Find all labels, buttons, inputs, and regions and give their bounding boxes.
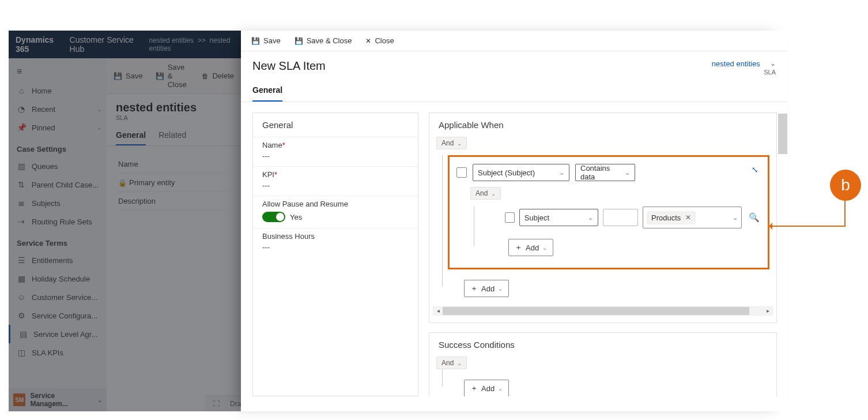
close-icon <box>365 36 371 45</box>
operator-select-empty[interactable] <box>603 209 638 226</box>
bg-tab-related[interactable]: Related <box>158 127 186 145</box>
toggle-switch[interactable] <box>262 212 285 222</box>
nav-recent[interactable]: ◔Recent⌄ <box>9 100 107 118</box>
nav-queues[interactable]: ▥Queues <box>9 157 107 175</box>
lock-icon: 🔒 <box>118 179 127 187</box>
annotation-arrow <box>770 226 846 227</box>
save-button[interactable]: Save <box>251 36 281 45</box>
nav-sla[interactable]: ▤Service Level Agr... <box>9 325 107 343</box>
chevron-down-icon: ⌄ <box>542 245 547 251</box>
parent-entity-label: SLA <box>764 69 776 76</box>
save-close-icon <box>156 72 164 80</box>
tab-general[interactable]: General <box>252 82 282 102</box>
chevron-down-icon: ⌄ <box>97 106 102 113</box>
flyout-tabs: General <box>241 76 787 102</box>
hamburger-icon[interactable]: ≡ <box>9 62 107 81</box>
bg-content: Save Save & Close Delete nested entities… <box>107 58 241 411</box>
calendar-icon: ▦ <box>17 274 26 283</box>
operator-select-contains[interactable]: Contains data⌄ <box>575 164 635 181</box>
parent-link[interactable]: nested entities <box>712 59 760 68</box>
chevron-down-icon: ⌄ <box>588 214 593 222</box>
annotation-connector <box>844 185 846 227</box>
and-operator-inner[interactable]: And⌄ <box>470 187 501 200</box>
checkbox[interactable] <box>456 167 467 178</box>
field-allow-pause[interactable]: Allow Pause and Resume Yes <box>253 196 418 228</box>
chevron-down-icon[interactable]: ⌄ <box>770 59 776 68</box>
remove-tag-icon[interactable]: ✕ <box>685 213 691 222</box>
flyout-title: New SLA Item <box>252 59 326 73</box>
queue-icon: ▥ <box>17 162 26 171</box>
bg-topbar: Dynamics 365 Customer Service Hub nested… <box>9 31 241 58</box>
bg-tab-general[interactable]: General <box>116 127 146 145</box>
add-condition-success[interactable]: ＋Add⌄ <box>464 380 509 396</box>
bg-save-close-button[interactable]: Save & Close <box>156 63 190 89</box>
bg-field-description[interactable]: Description --- <box>118 192 229 211</box>
entitlements-icon: ☰ <box>17 256 26 265</box>
field-business-hours[interactable]: Business Hours --- <box>253 228 418 257</box>
highlighted-condition-block: Subject (Subject)⌄ Contains data⌄ ⤡ And⌄… <box>448 155 769 269</box>
checkbox[interactable] <box>505 212 515 223</box>
bg-page-title: nested entities <box>116 101 232 114</box>
field-name[interactable]: Name* --- <box>253 137 418 166</box>
value-lookup[interactable]: Products✕ ⌄ <box>643 207 742 228</box>
kpi-icon: ◫ <box>17 348 26 357</box>
nav-pinned[interactable]: 📌Pinned⌄ <box>9 118 107 137</box>
and-operator-root[interactable]: And⌄ <box>436 137 467 149</box>
nav-customer-svc[interactable]: ☺Customer Service... <box>9 288 107 306</box>
save-icon <box>114 72 122 80</box>
nav-entitlements[interactable]: ☰Entitlements <box>9 251 107 269</box>
add-condition-root[interactable]: ＋Add⌄ <box>464 280 509 297</box>
flyout-header-meta: nested entities ⌄ SLA <box>712 59 776 76</box>
chevron-down-icon: ⌄ <box>97 397 102 403</box>
collapse-icon[interactable]: ⤡ <box>752 165 758 174</box>
area-switcher[interactable]: SM Service Managem... ⌄ <box>9 388 107 411</box>
bg-field-primary-entity[interactable]: 🔒 Primary entity * Case <box>118 174 229 192</box>
expand-icon[interactable]: ⛶ <box>213 400 220 408</box>
nav-svc-config[interactable]: ⚙Service Configura... <box>9 306 107 325</box>
add-condition-inner[interactable]: ＋Add⌄ <box>508 239 553 256</box>
success-conditions-panel: Success Conditions And⌄ ＋Add⌄ <box>429 332 777 396</box>
and-operator-success[interactable]: And⌄ <box>436 357 467 369</box>
nav-routing[interactable]: ⇢Routing Rule Sets <box>9 212 107 231</box>
close-button[interactable]: Close <box>365 36 394 45</box>
nav-holiday[interactable]: ▦Holiday Schedule <box>9 269 107 288</box>
annotation-badge-b: b <box>830 170 861 201</box>
nav-home[interactable]: ⌂Home <box>9 81 107 100</box>
nav-subjects[interactable]: ≣Subjects <box>9 194 107 212</box>
vertical-scrollbar[interactable] <box>778 114 787 411</box>
scroll-right-icon[interactable]: ▸ <box>763 307 772 315</box>
save-icon <box>251 36 260 45</box>
bg-save-button[interactable]: Save <box>114 72 143 80</box>
bg-delete-button[interactable]: Delete <box>202 72 234 80</box>
condition-row-1: Subject (Subject)⌄ Contains data⌄ ⤡ <box>456 164 760 181</box>
field-kpi[interactable]: KPI* --- <box>253 166 418 196</box>
sla-icon: ▤ <box>18 329 28 339</box>
chevron-down-icon: ⌄ <box>559 169 564 177</box>
clock-icon: ◔ <box>17 104 26 114</box>
brand: Dynamics 365 <box>16 35 59 54</box>
chevron-down-icon: ⌄ <box>457 140 462 147</box>
bg-page-subtitle: SLA <box>116 114 232 121</box>
sidebar-header-case: Case Settings <box>9 137 107 157</box>
condition-row-2: Subject⌄ Products✕ ⌄ 🔍 <box>505 207 760 228</box>
scroll-thumb[interactable] <box>778 114 787 154</box>
field-select-subject[interactable]: Subject (Subject)⌄ <box>473 164 569 181</box>
bg-footer: ⛶ Draft <box>205 395 241 411</box>
area-badge: SM <box>13 393 25 406</box>
nav-sla-kpi[interactable]: ◫SLA KPIs <box>9 343 107 362</box>
scroll-thumb[interactable] <box>443 307 749 315</box>
nav-parent-child[interactable]: ⇅Parent Child Case... <box>9 175 107 194</box>
field-select-subject-inner[interactable]: Subject⌄ <box>519 209 598 226</box>
bg-field-name[interactable]: Name * nested e <box>118 155 229 174</box>
chevron-down-icon: ⌄ <box>457 360 462 366</box>
chevron-down-icon: ⌄ <box>97 124 102 132</box>
sidebar-header-terms: Service Terms <box>9 231 107 251</box>
search-icon[interactable]: 🔍 <box>749 212 760 223</box>
horizontal-scrollbar[interactable]: ◂ ▸ <box>433 306 773 316</box>
scroll-left-icon[interactable]: ◂ <box>433 307 443 315</box>
save-close-icon <box>295 36 303 45</box>
save-close-button[interactable]: Save & Close <box>295 36 352 45</box>
sla-item-flyout: Save Save & Close Close New SLA Item nes… <box>241 31 787 411</box>
parent-child-icon: ⇅ <box>17 180 26 189</box>
breadcrumb: nested entities >> nested entities <box>149 36 234 52</box>
